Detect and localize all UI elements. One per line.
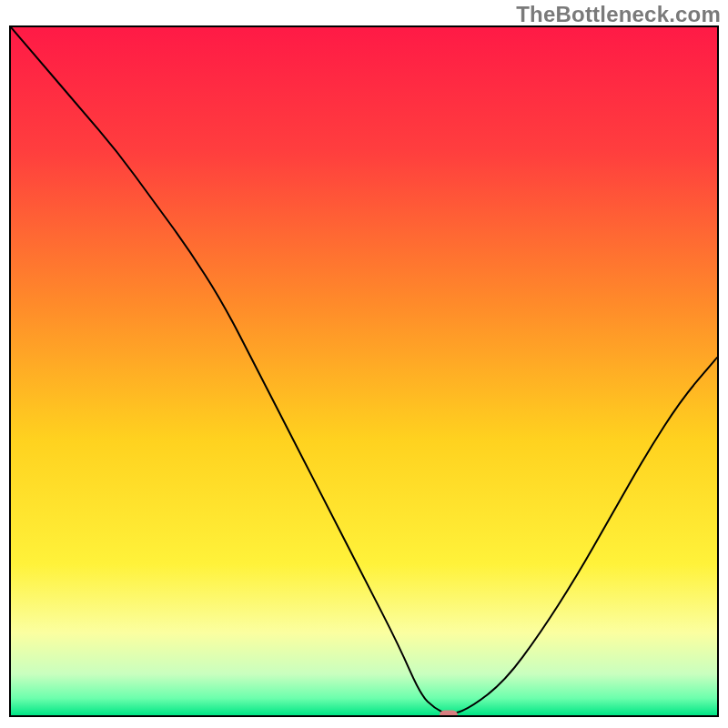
- plot-frame: [9, 25, 719, 717]
- bottleneck-curve: [11, 27, 717, 713]
- chart-stage: TheBottleneck.com: [0, 0, 728, 728]
- watermark-text: TheBottleneck.com: [516, 2, 721, 27]
- curve-layer: [11, 27, 717, 715]
- minimum-marker: [440, 711, 458, 718]
